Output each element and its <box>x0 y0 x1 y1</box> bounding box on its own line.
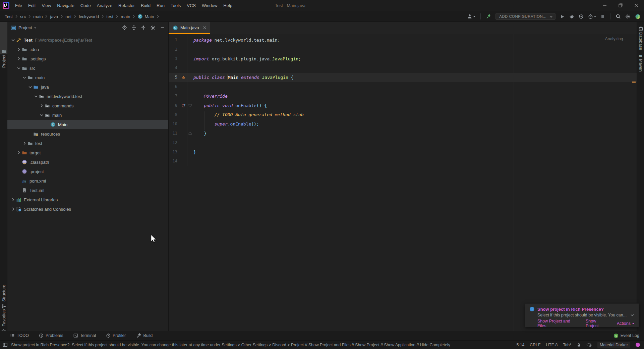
tree-item-src[interactable]: src <box>7 63 168 73</box>
code-line-7[interactable]: 7 @Override <box>169 92 637 101</box>
close-button-icon[interactable] <box>628 0 644 11</box>
tool-window-button-build[interactable]: Build <box>136 333 153 338</box>
tree-item-resources[interactable]: resources <box>7 129 168 139</box>
sphere-button[interactable] <box>635 14 641 19</box>
breadcrumb-item-class[interactable]: CMain <box>137 14 154 19</box>
chevron-down-icon[interactable] <box>10 37 16 43</box>
chevron-down-icon[interactable] <box>33 94 39 99</box>
breadcrumb-item[interactable]: test <box>106 14 113 19</box>
notification-action-actions[interactable]: Actions <box>617 319 635 328</box>
line-separator[interactable]: CRLF <box>530 343 540 347</box>
tree-item--settings[interactable]: .settings <box>7 54 168 63</box>
tree-item-pom-xml[interactable]: mpom.xml <box>7 176 168 186</box>
expand-notification-icon[interactable] <box>630 313 635 317</box>
lock-icon[interactable] <box>577 343 581 347</box>
event-log-button[interactable]: 1 Event Log <box>613 333 639 338</box>
code-line-9[interactable]: 9 // TODO Auto-generated method stub <box>169 110 637 119</box>
code-line-10[interactable]: 10 super.onEnable(); <box>169 119 637 129</box>
fold-end-icon[interactable] <box>188 132 192 136</box>
code-line-3[interactable]: 3 import org.bukkit.plugin.java.JavaPlug… <box>169 54 637 64</box>
expand-all-icon[interactable] <box>131 25 136 30</box>
tree-item-test[interactable]: test <box>7 139 168 148</box>
menu-navigate[interactable]: Navigate <box>54 0 77 11</box>
menu-run[interactable]: Run <box>154 0 168 11</box>
profiler-button[interactable] <box>588 14 596 19</box>
tree-item-main[interactable]: CMain <box>7 120 168 129</box>
tool-button-database[interactable]: Database <box>638 32 643 50</box>
run-button[interactable] <box>560 14 565 19</box>
tree-item-commands[interactable]: commands <box>7 101 168 110</box>
tool-button-structure[interactable]: Structure <box>2 285 6 302</box>
theme-name[interactable]: Material Darker <box>597 342 630 348</box>
tree-item-net-lvckyworld-test[interactable]: net.lvckyworld.test <box>7 92 168 101</box>
breadcrumb-item[interactable]: net <box>65 14 71 19</box>
breadcrumb-item[interactable]: main <box>33 14 43 19</box>
hide-icon[interactable] <box>160 25 165 30</box>
tree-item-external-libraries[interactable]: External Libraries <box>7 195 168 204</box>
chevron-down-icon[interactable] <box>27 84 33 90</box>
run-configuration-combo[interactable]: ADD CONFIGURATION... <box>495 13 555 20</box>
tree-item-scratches-and-consoles[interactable]: Scratches and Consoles <box>7 204 168 214</box>
fold-start-icon[interactable] <box>188 103 192 107</box>
breadcrumb-item[interactable]: src <box>20 14 26 19</box>
sync-settings-icon[interactable] <box>586 342 592 347</box>
chevron-down-icon[interactable] <box>16 65 21 71</box>
collapse-all-icon[interactable] <box>141 25 146 30</box>
theme-color-indicator[interactable] <box>636 343 640 347</box>
tab-main-java[interactable]: C Main.java <box>169 22 210 34</box>
tool-window-button-todo[interactable]: TODO <box>10 333 29 338</box>
caret-position[interactable]: 5:14 <box>516 343 524 347</box>
tree-item--idea[interactable]: .idea <box>7 45 168 54</box>
project-tool-icon[interactable] <box>1 48 7 54</box>
code-line-12[interactable]: 12 <box>169 138 637 148</box>
menu-tools[interactable]: Tools <box>168 0 184 11</box>
code-line-4[interactable]: 4 <box>169 63 637 73</box>
breadcrumb-item[interactable]: main <box>121 14 130 19</box>
plugin-gutter-icon[interactable] <box>181 76 186 80</box>
menu-help[interactable]: Help <box>220 0 235 11</box>
chevron-right-icon[interactable] <box>39 103 44 109</box>
tool-button-maven[interactable]: Maven <box>638 59 643 72</box>
settings-button[interactable] <box>625 14 631 19</box>
tree-item--project[interactable]: .project <box>7 167 168 176</box>
close-tab-icon[interactable] <box>203 26 207 30</box>
code-line-2[interactable]: 2 <box>169 45 637 54</box>
tree-item-main[interactable]: main <box>7 110 168 120</box>
menu-edit[interactable]: Edit <box>25 0 39 11</box>
menu-view[interactable]: View <box>39 0 54 11</box>
settings-icon[interactable] <box>150 25 156 31</box>
chevron-right-icon[interactable] <box>16 56 21 62</box>
database-icon[interactable] <box>638 26 643 31</box>
tool-window-button-profiler[interactable]: Profiler <box>106 333 126 338</box>
code-line-11[interactable]: 11 } <box>169 129 637 138</box>
breadcrumb-item[interactable]: Test <box>5 14 13 19</box>
build-hammer-green-button[interactable] <box>486 14 491 19</box>
tool-window-button-terminal[interactable]: Terminal <box>73 333 96 338</box>
notification-action-show-project[interactable]: Show Project <box>586 319 609 328</box>
tree-item-java[interactable]: java <box>7 82 168 92</box>
code-line-1[interactable]: 1 package net.lvckyworld.test.main; <box>169 36 637 45</box>
override-gutter-icon[interactable] <box>181 103 186 108</box>
menu-analyze[interactable]: Analyze <box>94 0 115 11</box>
debug-button[interactable] <box>569 14 574 19</box>
chevron-right-icon[interactable] <box>10 206 16 212</box>
indent-style[interactable]: Tab* <box>563 343 571 347</box>
tree-item-main[interactable]: main <box>7 73 168 82</box>
menu-file[interactable]: File <box>12 0 25 11</box>
chevron-right-icon[interactable] <box>10 197 16 203</box>
chevron-right-icon[interactable] <box>16 150 21 156</box>
tree-item-test-iml[interactable]: Test.iml <box>7 186 168 195</box>
minimize-button-icon[interactable] <box>597 0 612 11</box>
tool-button-project[interactable]: Project <box>2 55 6 68</box>
file-encoding[interactable]: UTF-8 <box>546 343 558 347</box>
breadcrumb-item[interactable]: lvckyworld <box>79 14 99 19</box>
menu-refactor[interactable]: Refactor <box>115 0 138 11</box>
tree-item-test[interactable]: TestF:\Workspace\[Eclipse]\a\Test <box>7 35 168 45</box>
tree-item--classpath[interactable]: .classpath <box>7 157 168 167</box>
locate-icon[interactable] <box>122 25 127 30</box>
code-line-13[interactable]: 13 } <box>169 148 637 157</box>
chevron-down-icon[interactable] <box>39 112 44 118</box>
tool-window-button-problems[interactable]: Problems <box>39 333 63 338</box>
code-line-6[interactable]: 6 <box>169 82 637 92</box>
tool-button-favorites[interactable]: Favorites <box>2 309 6 327</box>
